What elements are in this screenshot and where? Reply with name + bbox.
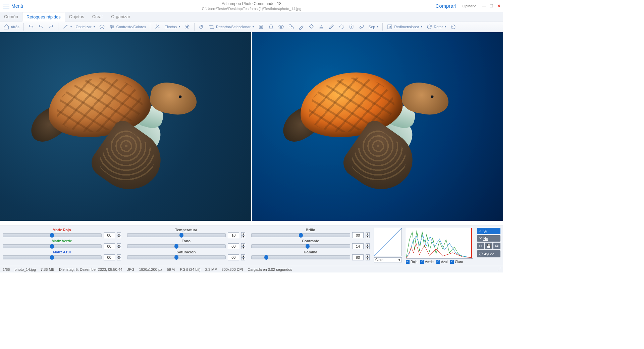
slider-contraste: Contraste 14 ▲▼	[251, 239, 370, 249]
saveas-icon[interactable]: 🖫	[493, 243, 500, 249]
redo-icon[interactable]	[47, 23, 55, 31]
pencil-icon[interactable]	[327, 23, 336, 31]
buy-link[interactable]: Comprar!	[435, 3, 457, 9]
wand-icon[interactable]: ▾	[61, 23, 73, 31]
slider-spinner[interactable]: ▲▼	[366, 232, 370, 238]
slider-value[interactable]: 00	[228, 254, 239, 260]
slider-value[interactable]: 00	[104, 243, 115, 249]
rotate-button[interactable]: Rotar▾	[425, 23, 447, 31]
slider-spinner[interactable]: ▲▼	[241, 232, 245, 238]
slider-spinner[interactable]: ▲▼	[366, 254, 370, 260]
slider-track[interactable]	[127, 233, 226, 237]
slider-track[interactable]	[127, 255, 226, 259]
slider-track[interactable]	[127, 244, 226, 248]
blur-icon[interactable]	[337, 23, 346, 31]
status-mp: 2.3 MP	[205, 267, 217, 271]
tab-organizar[interactable]: Organizar	[107, 12, 134, 21]
clone-icon[interactable]	[287, 23, 296, 31]
status-format: JPG	[127, 267, 134, 271]
status-rgb: RGB (24 bit)	[180, 267, 201, 271]
resize-grip[interactable]: ⋰	[497, 267, 500, 271]
tabs: ComúnRetoques rápidosObjetosCrearOrganiz…	[0, 12, 503, 21]
tab-común[interactable]: Común	[0, 12, 22, 21]
svg-point-11	[351, 26, 352, 27]
after-pane[interactable]	[252, 32, 503, 221]
slider-value[interactable]: 10	[228, 232, 239, 238]
tab-retoques-rápidos[interactable]: Retoques rápidos	[22, 12, 65, 21]
histo-cb-rojo[interactable]: Rojo	[406, 260, 418, 264]
window-controls: — ☐ ✕	[482, 4, 501, 8]
slider-value[interactable]: 00	[104, 254, 115, 260]
slider-spinner[interactable]: ▲▼	[366, 243, 370, 249]
slider-spinner[interactable]: ▲▼	[117, 243, 121, 249]
link-icon[interactable]	[357, 23, 366, 31]
sparkle-icon[interactable]	[183, 23, 192, 31]
effects-wand-icon[interactable]	[153, 23, 162, 31]
curves-channel-select[interactable]: Claro▾	[374, 257, 402, 262]
slider-saturación: Saturación 00 ▲▼	[127, 250, 246, 260]
pan-icon[interactable]	[197, 23, 206, 31]
slider-value[interactable]: 00	[228, 243, 239, 249]
reset-rotate-icon[interactable]	[449, 23, 458, 31]
status-loaded: Cargada en 0.02 segundos	[248, 267, 292, 271]
histo-cb-claro[interactable]: Claro	[450, 260, 463, 264]
move-icon[interactable]	[257, 23, 265, 31]
slider-label: Brillo	[251, 228, 370, 232]
help-button[interactable]: ⓘ Ayuda	[477, 250, 500, 257]
eraser-icon[interactable]	[297, 23, 306, 31]
slider-label: Matiz Rojo	[3, 228, 121, 232]
crop-button[interactable]: Recortar/Seleccionar▾	[207, 23, 255, 31]
slider-track[interactable]	[3, 233, 102, 237]
stamp-icon[interactable]	[317, 23, 326, 31]
status-bar: 1/66 photo_14.jpg 7.36 MB Dienstag, 5. D…	[0, 266, 503, 272]
reset-icon[interactable]: ↺	[477, 243, 484, 249]
slider-track[interactable]	[3, 244, 102, 248]
slider-track[interactable]	[251, 255, 350, 259]
slider-value[interactable]: 00	[104, 232, 115, 238]
before-pane[interactable]	[0, 32, 251, 221]
status-dpi: 300x300 DPI	[222, 267, 243, 271]
slider-track[interactable]	[251, 244, 350, 248]
home-button[interactable]: Atrás	[2, 23, 21, 31]
no-button[interactable]: ✕ No	[477, 235, 500, 242]
redeye-icon[interactable]	[277, 23, 285, 31]
close-button[interactable]: ✕	[496, 4, 501, 8]
slider-track[interactable]	[3, 255, 102, 259]
contrast-button[interactable]: Contraste/Colores	[108, 23, 148, 31]
minimize-button[interactable]: —	[482, 4, 486, 8]
save-icon[interactable]: 💾	[485, 243, 492, 249]
histo-cb-azul[interactable]: Azul	[436, 260, 447, 264]
slider-spinner[interactable]: ▲▼	[241, 243, 245, 249]
histo-cb-verde[interactable]: Verde	[420, 260, 434, 264]
undo-all-icon[interactable]	[26, 23, 35, 31]
slider-matiz-rojo: Matiz Rojo 00 ▲▼	[3, 228, 121, 238]
sep-button[interactable]: Sep▾	[367, 24, 380, 30]
tab-crear[interactable]: Crear	[88, 12, 107, 21]
slider-track[interactable]	[251, 233, 350, 237]
slider-value[interactable]: 80	[352, 254, 364, 260]
slider-spinner[interactable]: ▲▼	[241, 254, 245, 260]
effects-button[interactable]: Efectos▾	[163, 24, 181, 30]
slider-value[interactable]: 14	[352, 243, 364, 249]
status-filesize: 7.36 MB	[41, 267, 54, 271]
optimize-button[interactable]: Optimizar▾	[74, 24, 96, 30]
svg-point-3	[111, 27, 112, 28]
bucket-icon[interactable]	[307, 23, 316, 31]
resize-button[interactable]: Redimensionar▾	[385, 23, 424, 31]
brightness-icon[interactable]	[98, 23, 106, 31]
toolbar: Atrás ▾ Optimizar▾ Contraste/Colores Efe…	[0, 21, 503, 32]
undo-icon[interactable]	[37, 23, 45, 31]
tab-objetos[interactable]: Objetos	[65, 12, 88, 21]
feedback-link[interactable]: Opinar?	[463, 4, 476, 8]
menu-button[interactable]: Menú	[0, 3, 26, 9]
slider-value[interactable]: 00	[352, 232, 364, 238]
maximize-button[interactable]: ☐	[489, 4, 494, 8]
slider-label: Matiz Azul	[3, 250, 121, 254]
slider-tono: Tono 00 ▲▼	[127, 239, 246, 249]
slider-spinner[interactable]: ▲▼	[117, 232, 121, 238]
slider-spinner[interactable]: ▲▼	[117, 254, 121, 260]
sharpen-icon[interactable]	[347, 23, 356, 31]
yes-button[interactable]: ✓ Sí	[477, 228, 500, 234]
curves-box[interactable]: Claro▾	[374, 228, 402, 264]
perspective-icon[interactable]	[267, 23, 275, 31]
